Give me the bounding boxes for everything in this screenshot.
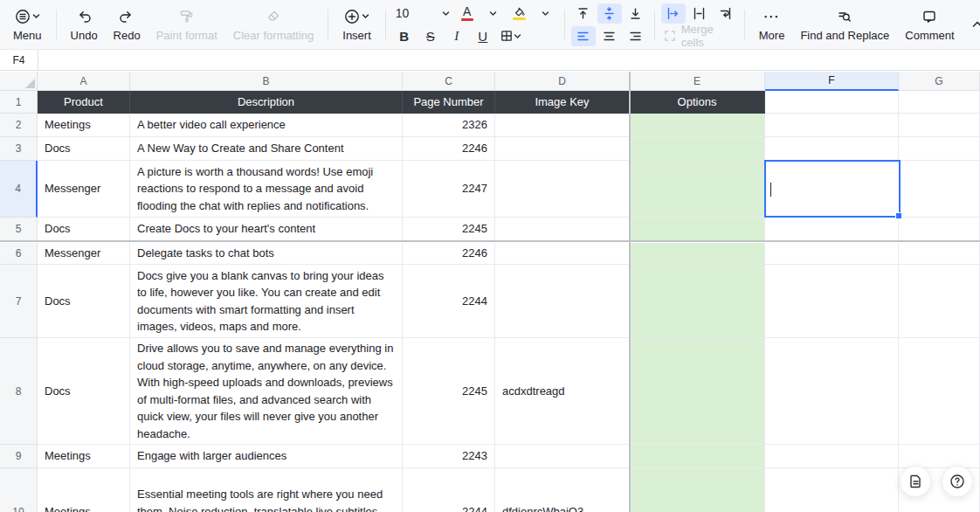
column-header-d[interactable]: D [495,72,630,91]
cell-options[interactable] [630,468,765,512]
cell[interactable] [765,91,899,114]
cell[interactable] [899,218,980,241]
cell-image-key[interactable] [495,137,630,161]
bold-button[interactable]: B [392,26,417,46]
cell-product[interactable]: Meetings [38,468,130,512]
cell[interactable] [899,265,980,338]
cell-name-box[interactable]: F4 [0,50,38,70]
fill-color-dropdown[interactable] [534,3,558,24]
header-cell-page-number[interactable]: Page Number [403,91,495,114]
cell-product[interactable]: Docs [38,137,130,161]
cell-page-number[interactable]: 2246 [403,243,495,265]
collapse-toolbar-button[interactable] [963,10,980,39]
cell-page-number[interactable]: 2247 [403,161,495,218]
cell-image-key[interactable] [495,445,630,468]
text-color-button[interactable]: A [455,3,480,24]
strikethrough-button[interactable]: S [418,26,443,46]
column-header-c[interactable]: C [403,72,495,91]
underline-button[interactable]: U [471,26,495,46]
cell-image-key[interactable] [495,243,630,265]
cell-page-number[interactable]: 2244 [403,265,495,338]
cell[interactable] [899,137,980,161]
formula-input[interactable] [38,50,980,70]
column-header-g[interactable]: G [899,72,980,91]
cell-description[interactable]: Docs give you a blank canvas to bring yo… [130,265,403,338]
cell-product[interactable]: Meetings [38,114,130,137]
valign-top-button[interactable] [571,3,596,24]
cell-description[interactable]: Engage with larger audiences [130,445,403,468]
merge-cells-button[interactable]: Merge cells [661,26,738,46]
valign-middle-button[interactable] [597,3,622,24]
cell-product[interactable]: Docs [38,218,130,241]
cell[interactable] [899,243,980,265]
column-header-b[interactable]: B [130,72,403,91]
column-header-f[interactable]: F [765,72,899,91]
cell[interactable] [899,114,980,137]
text-wrap-button[interactable] [714,3,738,24]
cell-image-key[interactable] [495,265,630,338]
cell-options[interactable] [630,445,765,468]
clear-formatting-button[interactable]: Clear formatting [225,2,321,47]
column-header-e[interactable]: E [630,72,765,91]
cell-description[interactable]: Delegate tasks to chat bots [130,243,403,265]
cell[interactable] [765,243,899,265]
cell-options[interactable] [630,114,765,137]
cell[interactable] [765,218,899,241]
row-number[interactable]: 5 [0,218,38,241]
cell-image-key[interactable] [495,218,630,241]
row-number-selected[interactable]: 4 [0,161,38,218]
undo-button[interactable]: Undo [63,2,106,47]
cell[interactable] [765,265,899,338]
cell-product[interactable]: Docs [38,265,130,338]
header-cell-product[interactable]: Product [38,91,130,114]
cell-options[interactable] [630,265,765,338]
more-button[interactable]: ⋯ More [751,2,793,47]
header-cell-description[interactable]: Description [130,91,403,114]
text-clip-button[interactable] [687,3,712,24]
cell-image-key[interactable]: acdxdtreagd [495,338,630,445]
borders-button[interactable] [497,26,524,46]
row-number[interactable]: 7 [0,265,38,338]
cell-description[interactable]: A New Way to Create and Share Content [130,137,403,161]
halign-left-button[interactable] [571,26,596,46]
cell-image-key[interactable] [495,161,630,218]
cell-page-number[interactable]: 2246 [403,137,495,161]
cell-description[interactable]: Essential meeting tools are right where … [130,468,403,512]
cell-product[interactable]: Docs [38,338,130,445]
row-number[interactable]: 3 [0,137,38,161]
cell-options[interactable] [630,338,765,445]
find-replace-button[interactable]: Find and Replace [792,2,897,47]
cell-options[interactable] [630,218,765,241]
row-number[interactable]: 2 [0,114,38,137]
row-number[interactable]: 1 [0,91,38,114]
cell[interactable] [765,468,899,512]
cell-page-number[interactable]: 2245 [403,218,495,241]
fill-color-button[interactable] [507,3,532,24]
cell-product[interactable]: Messenger [38,161,130,218]
help-button[interactable] [942,466,973,497]
column-header-a[interactable]: A [38,72,130,91]
row-number[interactable]: 6 [0,243,38,265]
cell-description[interactable]: A picture is worth a thousand words! Use… [130,161,403,218]
redo-button[interactable]: Redo [106,2,148,47]
cell-image-key[interactable]: dfdjenrcWbajQ3 [495,468,630,512]
cell-options[interactable] [630,137,765,161]
document-info-button[interactable] [900,466,931,497]
menu-button[interactable]: Menu [5,2,50,47]
cell[interactable] [765,137,899,161]
header-cell-options[interactable]: Options [630,91,765,114]
halign-center-button[interactable] [597,26,622,46]
header-cell-image-key[interactable]: Image Key [495,91,630,114]
cell-page-number[interactable]: 2243 [403,445,495,468]
cell-options[interactable] [630,161,765,218]
cell-image-key[interactable] [495,114,630,137]
cell[interactable] [899,91,980,114]
text-color-dropdown[interactable] [481,3,506,24]
cell[interactable] [765,114,899,137]
selected-cell-f4[interactable] [764,160,901,218]
cell[interactable] [899,161,980,218]
italic-button[interactable]: I [445,26,469,46]
cell-product[interactable]: Meetings [38,445,130,468]
cell[interactable] [899,445,980,468]
cell-product[interactable]: Messenger [38,243,130,265]
